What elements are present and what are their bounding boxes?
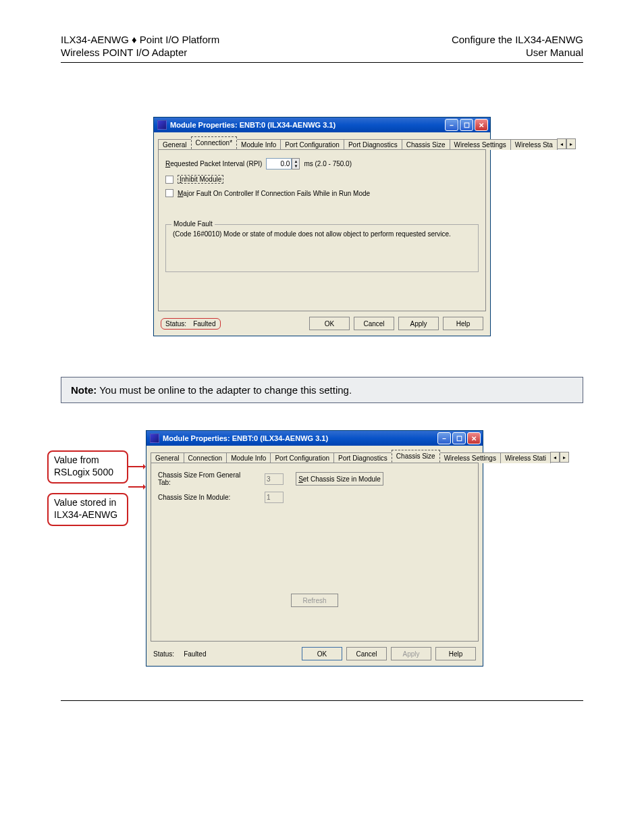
app-icon [150,434,159,443]
callout-value-from-rslogix: Value from RSLogix 5000 [47,450,128,484]
page-header: ILX34-AENWG ♦ Point I/O Platform Wireles… [61,34,583,63]
diagram-row: Value from RSLogix 5000 Value stored in … [47,430,583,667]
apply-button[interactable]: Apply [391,647,431,660]
status-indicator: Status: Faulted [161,318,221,330]
callout-value-stored-ilx34: Value stored in ILX34-AENWG [47,493,128,526]
header-right-line1: Configure the ILX34-AENWG [452,34,583,45]
note-prefix: Note: [71,384,97,396]
chassis-in-module-value [265,492,284,503]
tab-port-configuration[interactable]: Port Configuration [280,139,344,150]
rpi-label: Requested Packet Interval (RPI) [165,160,262,167]
rpi-input[interactable] [266,158,292,170]
maximize-button[interactable]: ☐ [452,432,466,444]
tab-module-info[interactable]: Module Info [226,452,271,463]
tab-port-diagnostics[interactable]: Port Diagnostics [344,139,402,150]
status-label: Status: [153,650,174,658]
rpi-spinner[interactable]: ▲▼ [292,158,300,170]
cancel-button[interactable]: Cancel [346,647,387,660]
titlebar[interactable]: Module Properties: ENBT:0 (ILX34-AENWG 3… [154,118,490,132]
maximize-button[interactable]: ☐ [460,119,473,131]
rpi-units: ms (2.0 - 750.0) [304,160,352,167]
major-fault-label: Major Fault On Controller If Connection … [178,190,370,197]
inhibit-module-checkbox[interactable] [165,176,173,184]
ok-button[interactable]: OK [309,317,350,330]
tab-port-diagnostics[interactable]: Port Diagnostics [333,452,392,463]
close-button[interactable]: ✕ [467,432,481,444]
header-left-line2: Wireless POINT I/O Adapter [61,47,219,58]
module-fault-group: Module Fault (Code 16#0010) Mode or stat… [165,224,479,272]
apply-button[interactable]: Apply [398,317,439,330]
module-fault-message: (Code 16#0010) Mode or state of module d… [173,230,471,238]
help-button[interactable]: Help [443,317,483,330]
minimize-button[interactable]: – [445,119,458,131]
status-value: Faulted [184,650,206,658]
note-text: You must be online to the adapter to cha… [97,384,352,396]
titlebar[interactable]: Module Properties: ENBT:0 (ILX34-AENWG 3… [146,431,483,446]
module-properties-dialog-chassis-size: Module Properties: ENBT:0 (ILX34-AENWG 3… [146,430,483,667]
chassis-in-module-label: Chassis Size In Module: [158,494,252,501]
tab-module-info[interactable]: Module Info [236,139,281,150]
header-right-line2: User Manual [452,47,583,58]
set-chassis-size-button[interactable]: Set Chassis Size in Module [296,472,383,486]
tab-port-configuration[interactable]: Port Configuration [270,452,334,463]
window-title: Module Properties: ENBT:0 (ILX34-AENWG 3… [163,434,328,442]
footer-rule [61,700,583,701]
module-properties-dialog-connection: Module Properties: ENBT:0 (ILX34-AENWG 3… [153,117,491,336]
header-left-line1: ILX34-AENWG ♦ Point I/O Platform [61,34,219,45]
app-icon [157,120,167,130]
window-title: Module Properties: ENBT:0 (ILX34-AENWG 3… [170,121,336,129]
tab-scroll-left[interactable]: ◂ [557,138,566,149]
status-value: Faulted [193,320,215,328]
major-fault-checkbox[interactable] [165,189,173,197]
tab-connection[interactable]: Connection [184,452,227,463]
chassis-from-general-value [265,473,284,485]
tab-wireless-settings[interactable]: Wireless Settings [439,452,501,463]
tab-wireless-status[interactable]: Wireless Stati [500,452,551,463]
inhibit-module-label: Inhibit Module [178,175,223,184]
status-label: Status: [165,320,186,328]
tab-general[interactable]: General [151,452,184,463]
module-fault-legend: Module Fault [171,220,215,228]
close-button[interactable]: ✕ [475,119,488,131]
chassis-from-general-label: Chassis Size From General Tab: [158,471,252,486]
tab-chassis-size[interactable]: Chassis Size [392,450,440,463]
tab-wireless-status[interactable]: Wireless Sta [510,139,558,150]
ok-button[interactable]: OK [302,647,342,660]
tab-scroll-right[interactable]: ▸ [560,452,569,463]
tab-general[interactable]: General [158,139,192,150]
help-button[interactable]: Help [435,647,476,660]
tabstrip: General Connection Module Info Port Conf… [146,446,483,463]
note-box: Note: You must be online to the adapter … [61,377,583,403]
tab-wireless-settings[interactable]: Wireless Settings [450,139,511,150]
tab-connection[interactable]: Connection* [191,136,237,149]
tab-scroll-right[interactable]: ▸ [566,138,576,149]
minimize-button[interactable]: – [437,432,451,444]
cancel-button[interactable]: Cancel [354,317,394,330]
tab-chassis-size[interactable]: Chassis Size [402,139,450,150]
refresh-button[interactable]: Refresh [291,594,338,607]
tab-scroll-left[interactable]: ◂ [550,452,560,463]
tabstrip: General Connection* Module Info Port Con… [154,132,490,149]
